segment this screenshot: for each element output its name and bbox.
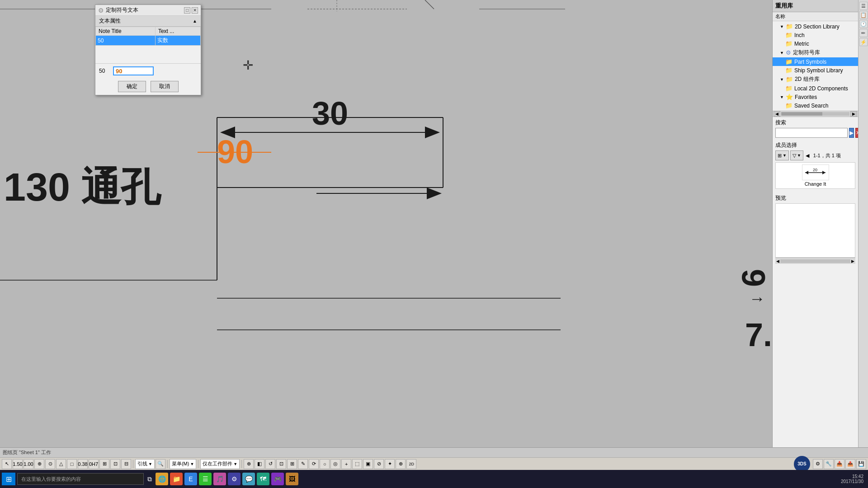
menu-dropdown[interactable]: 菜单(M) ▼ [170,459,196,469]
toolbar-end-btn-5[interactable]: 💾 [856,459,866,469]
expand-icon-favorites: ▼ [780,95,784,99]
dimension-30: 30 [312,95,348,132]
draw-mode-dropdown[interactable]: 引线 ▼ [135,459,155,469]
dialog-window-controls[interactable]: □ ✕ [184,7,198,14]
taskbar-icon-7[interactable]: 💬 [242,473,255,485]
taskbar-icon-3[interactable]: E [184,473,197,485]
toolbar-icon-4[interactable]: ⊡ [276,459,286,469]
preview-scroll-right[interactable]: ▶ [851,259,854,263]
right-icon-4[interactable]: ✏ [859,29,868,37]
tree-label-custom-sym: 定制符号库 [793,49,820,56]
toolbar-btn-2[interactable]: 1.50 [13,459,23,469]
toolbar-icon-7[interactable]: ⟳ [309,459,319,469]
toolbar-icon-view[interactable]: ◧ [255,459,264,469]
toolbar-icon-8[interactable]: ○ [320,459,330,469]
grid-icon: ⊞ [778,153,782,159]
svg-text:20: 20 [813,168,817,172]
tree-item-local-2d[interactable]: 📁 Local 2D Components [773,84,858,93]
scroll-thumb[interactable] [781,112,822,116]
tree-item-favorites[interactable]: ▼ ⭐ Favorites [773,93,858,101]
right-icon-1[interactable]: ☰ [859,2,868,10]
confirm-button[interactable]: 确定 [118,81,146,92]
taskbar-icon-9[interactable]: 🎮 [271,473,284,485]
start-button[interactable]: ⊞ [2,473,15,485]
toolbar-icon-6[interactable]: ✎ [298,459,308,469]
preview-scroll-left[interactable]: ◀ [776,259,779,263]
scroll-right-button[interactable]: ▶ [850,111,857,117]
toolbar-btn-11[interactable]: ⊡ [110,459,120,469]
tree-item-ship-symbol[interactable]: 📁 Ship Symbol Library [773,66,858,75]
toolbar-end-btn-4[interactable]: 📤 [845,459,855,469]
toolbar-icon-13[interactable]: ⊘ [374,459,384,469]
value-input[interactable] [113,66,154,75]
taskview-btn[interactable]: ⧉ [146,475,154,483]
tree-item-saved-search[interactable]: 📁 Saved Search [773,101,858,110]
search-btn-toolbar[interactable]: 🔍 [156,459,165,469]
search-bar[interactable]: 在这里输入你要搜索的内容 [17,473,144,485]
taskbar-icon-2[interactable]: 📁 [170,473,183,485]
expand-icon-custom: ▼ [780,51,784,55]
scroll-track[interactable] [781,112,849,116]
toolbar-icon-14[interactable]: ✦ [385,459,395,469]
toolbar-btn-5[interactable]: ⊙ [45,459,55,469]
right-icon-2[interactable]: 📋 [859,11,868,19]
toolbar-btn-9[interactable]: 0H7 [89,459,99,469]
preview-scrollbar[interactable]: ◀ ▶ [775,258,855,264]
right-icon-5[interactable]: ⚡ [859,38,868,46]
toolbar-end-btn-3[interactable]: 📥 [835,459,844,469]
toolbar-icon-5[interactable]: ⊞ [287,459,297,469]
dialog-close-button[interactable]: ✕ [192,7,198,14]
dialog-collapse-button[interactable]: ▲ [193,19,197,23]
toolbar-icon-9[interactable]: ◎ [330,459,340,469]
preview-scroll-track[interactable] [780,259,850,263]
member-item-change-it[interactable]: 20 Change It [775,162,855,189]
toolbar-icon-15[interactable]: ⊕ [396,459,406,469]
taskbar-icon-8[interactable]: 🗺 [257,473,269,485]
toolbar-btn-3[interactable]: 1.00 [24,459,33,469]
search-go-button[interactable]: ▶ [849,128,854,138]
taskbar-icon-1[interactable]: 🌐 [156,473,168,485]
toolbar-btn-7[interactable]: □ [67,459,77,469]
taskbar-icon-4[interactable]: ☰ [199,473,212,485]
workpart-dropdown[interactable]: 仅在工作部件 ▼ [200,459,240,469]
dialog-restore-button[interactable]: □ [184,7,190,14]
right-icon-3[interactable]: 🕐 [859,20,868,28]
toolbar-separator-1 [133,460,133,468]
toolbar-icon-10[interactable]: + [341,459,351,469]
toolbar-btn-4[interactable]: ⊕ [34,459,44,469]
right-panel: 重用库 名称 ▼ 📁 2D Section Library 📁 Inch 📁 M… [772,0,858,447]
toolbar-icon-11[interactable]: ⬚ [352,459,362,469]
member-filter-button[interactable]: ▽ ▼ [790,150,803,160]
tree-item-inch[interactable]: 📁 Inch [773,31,858,39]
search-label: 搜索 [775,119,855,127]
member-view-button[interactable]: ⊞ ▼ [775,150,789,160]
taskbar-icon-10[interactable]: 🖼 [286,473,298,485]
tree-item-metric[interactable]: 📁 Metric [773,39,858,48]
toolbar-btn-10[interactable]: ⊞ [99,459,109,469]
toolbar-icon-3[interactable]: ↺ [265,459,275,469]
table-row[interactable]: 50 实数 [96,36,201,46]
cancel-button[interactable]: 取消 [151,81,179,92]
canvas-area[interactable]: ✛ 30 90 130 通孔 6 → 7. ⚙ 定制符号文本 □ [0,0,772,447]
dialog-section-header: 文本属性 ▲ [95,16,201,27]
toolbar-icon-mode[interactable]: 2D [406,459,416,469]
taskbar-icon-5[interactable]: 🎵 [213,473,226,485]
toolbar-btn-8[interactable]: 0.38 [78,459,88,469]
tree-item-2d-section[interactable]: ▼ 📁 2D Section Library [773,22,858,31]
taskbar-icon-6[interactable]: ⚙ [228,473,241,485]
tree-scrollbar[interactable]: ◀ ▶ [773,111,858,117]
search-input[interactable] [775,128,848,138]
toolbar-icon-snap[interactable]: ⊕ [244,459,254,469]
toolbar-end-btn-2[interactable]: 🔧 [824,459,834,469]
toolbar-btn-1[interactable]: ↖ [2,459,12,469]
toolbar-end-btn-1[interactable]: ⚙ [813,459,823,469]
tree-item-2d-parts[interactable]: ▼ 📁 2D 组件库 [773,75,858,84]
page-nav-prev[interactable]: ◀ [805,153,810,159]
scroll-left-button[interactable]: ◀ [774,111,780,117]
toolbar-btn-6[interactable]: △ [56,459,66,469]
main-annotation-text: 130 通孔 [4,160,160,214]
tree-item-part-symbols[interactable]: 📁 Part Symbols [773,57,858,66]
toolbar-icon-12[interactable]: ▣ [363,459,373,469]
tree-item-custom-sym[interactable]: ▼ ⚙ 定制符号库 [773,48,858,57]
toolbar-btn-12[interactable]: ⊟ [121,459,131,469]
